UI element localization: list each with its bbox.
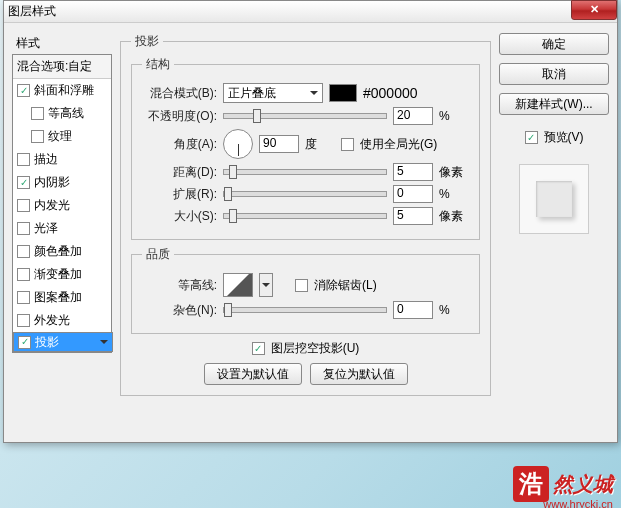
distance-slider[interactable] [223,169,387,175]
style-label: 光泽 [34,220,58,237]
shadow-color-hex: #000000 [363,85,418,101]
quality-legend: 品质 [142,246,174,263]
size-input[interactable]: 5 [393,207,433,225]
layer-style-dialog: 图层样式 ✕ 样式 混合选项:自定 斜面和浮雕等高线纹理描边内阴影内发光光泽颜色… [3,0,618,443]
distance-input[interactable]: 5 [393,163,433,181]
angle-unit: 度 [305,136,335,153]
structure-legend: 结构 [142,56,174,73]
opacity-input[interactable]: 20 [393,107,433,125]
style-label: 图案叠加 [34,289,82,306]
size-label: 大小(S): [142,208,217,225]
preview-checkbox[interactable] [525,131,538,144]
style-item-2[interactable]: 纹理 [13,125,111,148]
style-label: 投影 [35,334,59,351]
reset-default-button[interactable]: 复位为默认值 [310,363,408,385]
main-panel: 投影 结构 混合模式(B): 正片叠底 #000000 不透明度(O): 20 … [120,33,491,402]
style-item-6[interactable]: 光泽 [13,217,111,240]
opacity-unit: % [439,109,469,123]
blend-mode-label: 混合模式(B): [142,85,217,102]
style-label: 内阴影 [34,174,70,191]
style-label: 渐变叠加 [34,266,82,283]
noise-unit: % [439,303,469,317]
style-checkbox[interactable] [18,336,31,349]
noise-label: 杂色(N): [142,302,217,319]
contour-picker-button[interactable] [259,273,273,297]
style-label: 斜面和浮雕 [34,82,94,99]
style-item-8[interactable]: 渐变叠加 [13,263,111,286]
angle-dial[interactable] [223,129,253,159]
spread-input[interactable]: 0 [393,185,433,203]
styles-heading: 样式 [12,33,112,54]
style-checkbox[interactable] [17,176,30,189]
spread-slider[interactable] [223,191,387,197]
effect-legend: 投影 [131,33,163,50]
styles-list: 混合选项:自定 斜面和浮雕等高线纹理描边内阴影内发光光泽颜色叠加渐变叠加图案叠加… [12,54,112,353]
global-light-checkbox[interactable] [341,138,354,151]
style-checkbox[interactable] [17,245,30,258]
style-checkbox[interactable] [17,199,30,212]
style-label: 纹理 [48,128,72,145]
style-label: 描边 [34,151,58,168]
noise-input[interactable]: 0 [393,301,433,319]
style-label: 颜色叠加 [34,243,82,260]
style-item-4[interactable]: 内阴影 [13,171,111,194]
right-column: 确定 取消 新建样式(W)... 预览(V) [499,33,609,402]
style-item-10[interactable]: 外发光 [13,309,111,332]
style-checkbox[interactable] [17,222,30,235]
style-item-9[interactable]: 图案叠加 [13,286,111,309]
noise-slider[interactable] [223,307,387,313]
watermark-text: 然义城 [553,471,613,498]
watermark-url: www.hryckj.cn [543,498,613,508]
structure-fieldset: 结构 混合模式(B): 正片叠底 #000000 不透明度(O): 20 % [131,56,480,240]
style-item-11[interactable]: 投影 [13,332,113,352]
contour-thumb[interactable] [223,273,253,297]
make-default-button[interactable]: 设置为默认值 [204,363,302,385]
style-item-5[interactable]: 内发光 [13,194,111,217]
opacity-label: 不透明度(O): [142,108,217,125]
watermark-logo: 浩 [513,466,549,502]
titlebar[interactable]: 图层样式 ✕ [4,1,617,23]
preview-label: 预览(V) [544,129,584,146]
styles-sidebar: 样式 混合选项:自定 斜面和浮雕等高线纹理描边内阴影内发光光泽颜色叠加渐变叠加图… [12,33,112,402]
spread-unit: % [439,187,469,201]
antialias-checkbox[interactable] [295,279,308,292]
spread-label: 扩展(R): [142,186,217,203]
global-light-label: 使用全局光(G) [360,136,437,153]
blend-options-header[interactable]: 混合选项:自定 [13,55,111,79]
antialias-label: 消除锯齿(L) [314,277,377,294]
close-button[interactable]: ✕ [571,0,617,20]
style-checkbox[interactable] [17,268,30,281]
style-checkbox[interactable] [17,84,30,97]
angle-input[interactable]: 90 [259,135,299,153]
shadow-color-swatch[interactable] [329,84,357,102]
contour-label: 等高线: [142,277,217,294]
quality-fieldset: 品质 等高线: 消除锯齿(L) 杂色(N): 0 % [131,246,480,334]
style-label: 外发光 [34,312,70,329]
preview-inner [536,181,572,217]
blend-mode-select[interactable]: 正片叠底 [223,83,323,103]
style-item-0[interactable]: 斜面和浮雕 [13,79,111,102]
style-item-7[interactable]: 颜色叠加 [13,240,111,263]
dialog-title: 图层样式 [8,3,613,20]
style-item-3[interactable]: 描边 [13,148,111,171]
knockout-checkbox[interactable] [252,342,265,355]
opacity-slider[interactable] [223,113,387,119]
angle-label: 角度(A): [142,136,217,153]
new-style-button[interactable]: 新建样式(W)... [499,93,609,115]
knockout-label: 图层挖空投影(U) [271,340,360,357]
distance-unit: 像素 [439,164,469,181]
ok-button[interactable]: 确定 [499,33,609,55]
size-unit: 像素 [439,208,469,225]
cancel-button[interactable]: 取消 [499,63,609,85]
size-slider[interactable] [223,213,387,219]
style-checkbox[interactable] [31,130,44,143]
preview-swatch [519,164,589,234]
style-item-1[interactable]: 等高线 [13,102,111,125]
style-checkbox[interactable] [17,153,30,166]
style-checkbox[interactable] [17,314,30,327]
style-label: 等高线 [48,105,84,122]
distance-label: 距离(D): [142,164,217,181]
style-checkbox[interactable] [31,107,44,120]
style-checkbox[interactable] [17,291,30,304]
watermark: 浩 然义城 [513,466,613,502]
